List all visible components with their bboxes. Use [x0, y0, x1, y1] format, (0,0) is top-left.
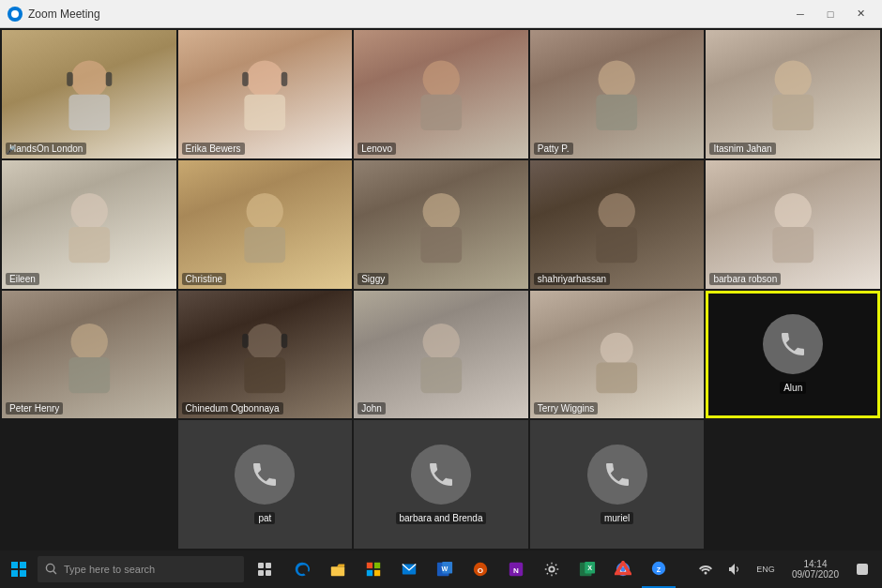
participant-tile-shahriyar[interactable]: shahriyarhassan	[530, 160, 705, 289]
svg-point-23	[775, 193, 812, 230]
participant-tile-chinedum[interactable]: Chinedum Ogbonnaya	[178, 291, 353, 419]
svg-point-11	[599, 60, 635, 97]
start-button[interactable]	[0, 550, 38, 588]
svg-text:O: O	[478, 566, 483, 575]
office-icon: O	[472, 561, 489, 578]
participant-tile-christine[interactable]: Christine	[178, 160, 353, 289]
windows-logo	[11, 562, 26, 577]
svg-rect-32	[420, 357, 462, 393]
participant-name-patty: Patty P.	[534, 143, 573, 155]
participant-name-handson: HandsOn London	[6, 143, 86, 155]
participant-name-pat: pat	[254, 512, 275, 524]
system-clock[interactable]: 14:14 09/07/2020	[784, 550, 846, 588]
store-button[interactable]	[357, 550, 390, 588]
word-icon: W	[436, 561, 453, 578]
svg-point-17	[247, 193, 283, 230]
edge-browser-icon	[294, 561, 311, 578]
svg-point-31	[422, 324, 459, 360]
participant-tile-itasnim[interactable]: Itasnim Jahan	[706, 30, 880, 158]
title-bar-left: Zoom Meeting	[8, 7, 100, 22]
excel-button[interactable]: X	[570, 550, 604, 588]
participant-tile-peter[interactable]: Peter Henry	[2, 291, 176, 419]
file-explorer-button[interactable]	[321, 550, 355, 588]
participant-tile-lenovo[interactable]: Lenovo	[354, 30, 528, 158]
zoom-meeting-grid: 🎤 HandsOn London Erika Bewers Lenovo	[0, 28, 882, 550]
participant-tile-barbara-robson[interactable]: barbara robson	[706, 160, 880, 289]
svg-rect-28	[245, 357, 286, 393]
participant-tile-barbara-brenda[interactable]: barbara and Brenda	[354, 420, 528, 549]
svg-rect-44	[367, 570, 373, 576]
phone-icon-alun	[763, 314, 823, 374]
taskbar: Type here to search	[0, 550, 882, 588]
svg-rect-37	[258, 563, 264, 568]
close-button[interactable]: ✕	[846, 5, 874, 23]
onenote-button[interactable]: N	[499, 550, 533, 588]
svg-line-36	[53, 571, 56, 574]
svg-point-1	[70, 60, 107, 97]
participant-name-barbara-brenda: barbara and Brenda	[396, 512, 487, 524]
edge-icon-button[interactable]	[285, 550, 319, 588]
participant-tile-alun[interactable]: Alun	[706, 291, 880, 419]
mail-icon	[401, 561, 418, 578]
svg-text:Z: Z	[657, 565, 662, 574]
participant-tile-terry[interactable]: Terry Wiggins	[530, 291, 705, 419]
search-placeholder-text: Type here to search	[64, 564, 155, 575]
participant-tile-erika[interactable]: Erika Bewers	[178, 30, 353, 158]
svg-point-21	[599, 193, 635, 230]
svg-rect-2	[68, 94, 110, 129]
participant-name-alun: Alun	[780, 382, 806, 394]
svg-rect-16	[68, 227, 110, 263]
svg-rect-38	[266, 563, 271, 568]
participant-tile-pat[interactable]: pat	[178, 420, 353, 549]
svg-rect-20	[420, 227, 462, 263]
search-bar[interactable]: Type here to search	[38, 556, 244, 582]
participant-tile-empty-1	[2, 420, 176, 549]
clock-date: 09/07/2020	[792, 569, 839, 580]
participant-tile-john[interactable]: John	[354, 291, 528, 419]
minimize-button[interactable]: ─	[786, 5, 814, 23]
svg-rect-10	[420, 94, 462, 129]
mail-button[interactable]	[392, 550, 426, 588]
word-button[interactable]: W	[428, 550, 462, 588]
participant-name-christine: Christine	[182, 273, 226, 285]
participant-tile-patty[interactable]: Patty P.	[530, 30, 705, 158]
participant-tile-siggy[interactable]: Siggy	[354, 160, 528, 289]
zoom-button[interactable]: Z	[642, 550, 676, 588]
svg-point-54	[549, 566, 554, 571]
svg-rect-4	[105, 71, 112, 85]
participant-tile-empty-2	[706, 420, 880, 549]
clock-time: 14:14	[803, 559, 827, 569]
participant-name-itasnim: Itasnim Jahan	[709, 143, 775, 155]
svg-rect-29	[242, 334, 249, 348]
svg-rect-14	[772, 94, 814, 129]
svg-point-15	[70, 193, 107, 230]
svg-rect-22	[597, 227, 638, 263]
participant-tile-eileen[interactable]: Eileen	[2, 160, 176, 289]
excel-icon: X	[579, 561, 596, 578]
language-indicator[interactable]: ENG	[749, 550, 783, 588]
phone-icon-barbara-brenda	[411, 445, 471, 505]
participant-name-chinedum: Chinedum Ogbonnaya	[182, 402, 283, 415]
title-bar: Zoom Meeting ─ □ ✕	[0, 0, 882, 28]
office-button[interactable]: O	[464, 550, 497, 588]
mic-icon-handson: 🎤	[6, 145, 16, 155]
network-icon[interactable]	[692, 550, 719, 588]
svg-point-13	[775, 60, 812, 97]
app-icon	[8, 7, 23, 22]
svg-point-19	[422, 193, 459, 230]
system-tray: ENG 14:14 09/07/2020	[692, 550, 882, 588]
participant-tile-muriel[interactable]: muriel	[530, 420, 705, 549]
chrome-button[interactable]	[606, 550, 640, 588]
settings-button[interactable]	[535, 550, 569, 588]
maximize-button[interactable]: □	[816, 5, 844, 23]
svg-point-9	[422, 60, 459, 97]
svg-text:W: W	[442, 565, 449, 573]
svg-rect-34	[597, 363, 638, 394]
participant-tile-handson-london[interactable]: 🎤 HandsOn London	[2, 30, 176, 158]
volume-icon[interactable]	[721, 550, 747, 588]
svg-rect-30	[281, 334, 288, 348]
notification-button[interactable]	[848, 550, 876, 588]
task-view-icon	[257, 562, 272, 577]
participant-name-barbara-robson: barbara robson	[709, 273, 781, 285]
task-view-button[interactable]	[248, 550, 281, 588]
